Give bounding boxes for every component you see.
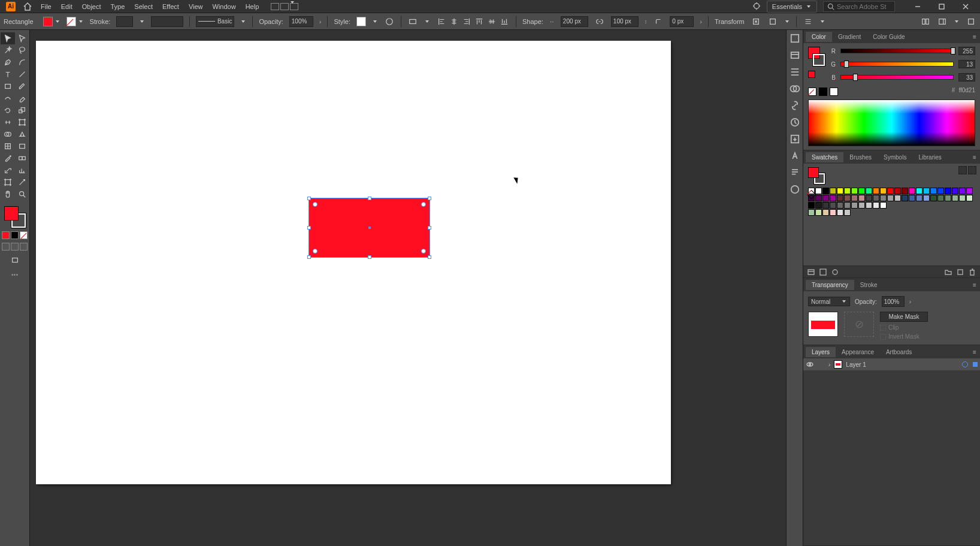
- menu-view[interactable]: View: [184, 1, 208, 12]
- links-panel-icon[interactable]: [789, 99, 801, 111]
- magic-wand-tool[interactable]: [1, 44, 15, 56]
- new-color-group-icon[interactable]: [944, 268, 952, 276]
- swatch[interactable]: [844, 202, 851, 209]
- zoom-tool[interactable]: [15, 188, 29, 200]
- corner-widget-br[interactable]: [421, 249, 426, 254]
- transp-opacity-flyout[interactable]: ›: [909, 298, 911, 305]
- swatch[interactable]: [902, 195, 908, 201]
- eraser-tool[interactable]: [15, 92, 29, 104]
- swatch[interactable]: [815, 188, 822, 194]
- corner-radius-input[interactable]: 0 px: [670, 16, 694, 27]
- fill-control[interactable]: [43, 17, 61, 26]
- maximize-button[interactable]: [930, 0, 954, 13]
- none-swatch[interactable]: [808, 88, 816, 96]
- align-bottom-button[interactable]: [499, 16, 510, 27]
- swatch[interactable]: [858, 202, 865, 209]
- scale-tool[interactable]: [15, 104, 29, 116]
- swatch[interactable]: [858, 195, 865, 201]
- opacity-input[interactable]: 100%: [289, 16, 313, 27]
- tab-layers[interactable]: Layers: [806, 347, 836, 357]
- swatch-options-icon[interactable]: [831, 268, 839, 276]
- shaper-tool[interactable]: [1, 92, 15, 104]
- panel-menu-icon[interactable]: ≡: [969, 34, 980, 40]
- align-right-button[interactable]: [461, 16, 472, 27]
- swatch[interactable]: [830, 195, 836, 201]
- symbol-sprayer-tool[interactable]: [1, 164, 15, 176]
- g-slider[interactable]: [840, 62, 954, 67]
- handle-bottom[interactable]: [368, 255, 371, 259]
- object-thumbnail[interactable]: [808, 312, 838, 337]
- swatch[interactable]: [873, 188, 879, 194]
- preferences-button[interactable]: [803, 16, 813, 27]
- blend-tool[interactable]: [15, 152, 29, 164]
- swatch[interactable]: [937, 188, 944, 194]
- swatch[interactable]: [880, 195, 887, 201]
- style-swatch[interactable]: [356, 17, 366, 26]
- handle-bottom-right[interactable]: [428, 255, 431, 259]
- swatch[interactable]: [930, 195, 937, 201]
- swatch[interactable]: [887, 188, 894, 194]
- corner-flyout[interactable]: ›: [700, 18, 702, 25]
- slice-tool[interactable]: [15, 176, 29, 188]
- eyedropper-tool[interactable]: [1, 152, 15, 164]
- handle-left[interactable]: [307, 226, 311, 230]
- rotate-tool[interactable]: [1, 104, 15, 116]
- expand-layer-icon[interactable]: ›: [828, 361, 830, 368]
- swatch[interactable]: [844, 195, 851, 201]
- stroke-weight-input[interactable]: [116, 16, 133, 27]
- panel-dock-button-3[interactable]: [966, 16, 976, 27]
- rectangle-tool[interactable]: [1, 80, 15, 92]
- menu-type[interactable]: Type: [106, 1, 130, 12]
- libraries-panel-icon[interactable]: [789, 49, 801, 61]
- draw-behind-button[interactable]: [11, 243, 19, 251]
- direct-selection-tool[interactable]: [15, 32, 29, 44]
- swatch[interactable]: [894, 188, 901, 194]
- shape-builder-tool[interactable]: [1, 128, 15, 140]
- menu-file[interactable]: File: [36, 1, 56, 12]
- chevron-down-icon[interactable]: [372, 17, 378, 26]
- chevron-down-icon[interactable]: [424, 17, 430, 26]
- swatch[interactable]: [866, 202, 872, 209]
- fill-color-box[interactable]: [4, 206, 19, 221]
- stroke-control[interactable]: [66, 17, 84, 26]
- link-wh-button[interactable]: [594, 16, 605, 27]
- swatch[interactable]: [959, 195, 966, 201]
- swatch[interactable]: [844, 188, 851, 194]
- align-dropdown[interactable]: [407, 16, 418, 27]
- chevron-down-icon[interactable]: [954, 17, 960, 26]
- free-transform-tool[interactable]: [15, 116, 29, 128]
- swatch[interactable]: [822, 188, 829, 194]
- lasso-tool[interactable]: [15, 44, 29, 56]
- properties-panel-icon[interactable]: [789, 32, 801, 44]
- swatch[interactable]: [923, 195, 930, 201]
- swatch[interactable]: [959, 188, 966, 194]
- chevron-down-icon[interactable]: [784, 17, 790, 26]
- tab-swatches[interactable]: Swatches: [806, 152, 843, 162]
- swatch[interactable]: [837, 209, 843, 216]
- align-panel-icon[interactable]: [789, 66, 801, 78]
- draw-normal-button[interactable]: [2, 243, 10, 251]
- column-graph-tool[interactable]: [15, 164, 29, 176]
- delete-swatch-icon[interactable]: [968, 268, 976, 276]
- r-slider[interactable]: [840, 49, 954, 53]
- opacity-flyout[interactable]: ›: [319, 18, 322, 25]
- pen-tool[interactable]: [1, 56, 15, 68]
- handle-right[interactable]: [428, 226, 431, 230]
- color-spectrum[interactable]: [808, 99, 975, 146]
- panel-menu-icon[interactable]: ≡: [969, 282, 980, 288]
- black-swatch[interactable]: [819, 88, 827, 96]
- swatch[interactable]: [902, 188, 908, 194]
- swatch[interactable]: [937, 195, 944, 201]
- align-left-button[interactable]: [436, 16, 447, 27]
- tab-stroke[interactable]: Stroke: [854, 280, 884, 290]
- paintbrush-tool[interactable]: [15, 80, 29, 92]
- chevron-down-icon[interactable]: [240, 17, 246, 26]
- variable-width-profile[interactable]: [151, 16, 183, 27]
- target-icon[interactable]: [962, 361, 968, 367]
- blend-mode-select[interactable]: Normal: [808, 297, 850, 306]
- swatch[interactable]: [945, 188, 951, 194]
- tab-gradient[interactable]: Gradient: [832, 32, 867, 42]
- layer-name[interactable]: Layer 1: [846, 361, 866, 368]
- menu-edit[interactable]: Edit: [56, 1, 77, 12]
- handle-top[interactable]: [368, 197, 371, 200]
